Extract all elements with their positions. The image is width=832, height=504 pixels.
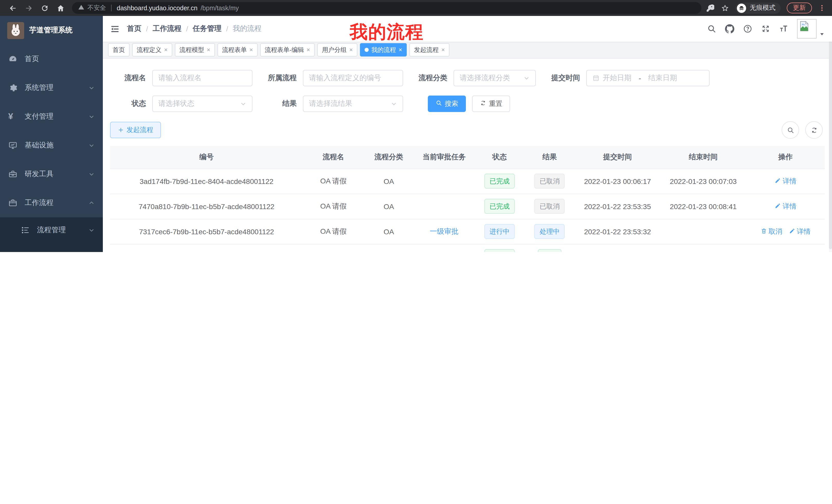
tab-label: 用户分组: [322, 44, 346, 56]
column-header: 编号: [110, 146, 303, 169]
toggle-search-button[interactable]: [782, 121, 799, 139]
monitor-icon: [8, 141, 18, 150]
sidebar-item-label: 研发工具: [25, 170, 81, 179]
filter-select-流程分类[interactable]: 请选择流程分类: [453, 70, 536, 86]
filter-input-流程名[interactable]: 请输入流程名: [152, 70, 253, 86]
github-icon[interactable]: [725, 24, 734, 33]
reload-icon[interactable]: [40, 4, 49, 12]
app-title: 芋道管理系统: [29, 26, 73, 35]
tab-我的流程[interactable]: 我的流程×: [360, 43, 407, 57]
cell-name: OA 请假: [303, 244, 364, 252]
column-header: 提交时间: [575, 146, 660, 169]
sidebar-item-支付管理[interactable]: ¥支付管理: [0, 102, 103, 131]
fullscreen-icon[interactable]: [761, 24, 770, 33]
cell-id: 7470a810-7b9b-11ec-b5b7-acde48001122: [110, 194, 303, 219]
table-row: 7470a810-7b9b-11ec-b5b7-acde48001122OA 请…: [110, 194, 825, 219]
end-date-placeholder: 结束日期: [648, 74, 677, 83]
filter-input-所属流程[interactable]: 请输入流程定义的编号: [303, 70, 403, 86]
result-badge: 处理中: [535, 224, 565, 239]
placeholder-text: 请输入流程名: [158, 74, 202, 83]
update-button[interactable]: 更新: [787, 3, 812, 13]
reset-button[interactable]: 重置: [472, 95, 510, 112]
incognito-icon: [737, 3, 746, 12]
action-取消[interactable]: 取消: [760, 227, 782, 236]
tab-label: 流程模型: [179, 44, 204, 56]
refresh-table-button[interactable]: [805, 121, 823, 139]
filter-select-结果[interactable]: 请选择流结果: [303, 95, 403, 112]
action-详情[interactable]: 详情: [774, 202, 797, 211]
breadcrumb-item[interactable]: 首页: [127, 24, 141, 33]
cell-actions: 取消详情: [746, 219, 825, 244]
column-header: 结果: [524, 146, 575, 169]
status-badge: 进行中: [485, 224, 515, 239]
cell-submit-time: 2022-01-22 23:53:35: [575, 194, 660, 219]
breadcrumb-item[interactable]: 任务管理: [193, 24, 222, 33]
close-icon[interactable]: ×: [398, 47, 402, 53]
text-size-icon[interactable]: [779, 24, 788, 33]
trash-icon: [760, 227, 767, 235]
edit-icon: [774, 177, 781, 185]
sidebar-item-首页[interactable]: 首页: [0, 45, 103, 74]
reset-label: 重置: [489, 99, 502, 108]
close-icon[interactable]: ×: [307, 47, 310, 53]
action-详情[interactable]: 详情: [788, 227, 811, 236]
tab-首页[interactable]: 首页: [108, 43, 130, 57]
search-icon[interactable]: [707, 24, 716, 33]
close-icon[interactable]: ×: [441, 47, 445, 53]
navbar: 首页/工作流程/任务管理/我的流程 我的流程: [103, 16, 832, 41]
sidebar-item-工作流程[interactable]: 工作流程: [0, 189, 103, 217]
chevron-down-icon: [240, 101, 246, 107]
tab-发起流程[interactable]: 发起流程×: [409, 43, 449, 57]
close-icon[interactable]: ×: [164, 47, 167, 53]
refresh-icon: [480, 100, 487, 108]
close-icon[interactable]: ×: [207, 47, 210, 53]
sidebar-item-研发工具[interactable]: 研发工具: [0, 160, 103, 189]
create-process-button[interactable]: 发起流程: [110, 122, 161, 138]
chevron-up-icon: [88, 200, 95, 206]
incognito-label: 无痕模式: [750, 4, 775, 12]
back-icon[interactable]: [8, 4, 17, 12]
hamburger-icon[interactable]: [110, 24, 120, 34]
breadcrumb-item[interactable]: 工作流程: [153, 24, 182, 33]
filter-select-状态[interactable]: 请选择状态: [152, 95, 253, 112]
sidebar-item-基础设施[interactable]: 基础设施: [0, 131, 103, 160]
forward-icon[interactable]: [24, 4, 33, 12]
cell-category: OA: [364, 194, 414, 219]
sidebar-item-流程管理[interactable]: 流程管理: [0, 217, 103, 243]
search-button[interactable]: 搜索: [428, 95, 466, 112]
tab-用户分组[interactable]: 用户分组×: [317, 43, 357, 57]
tab-流程表单[interactable]: 流程表单×: [217, 43, 258, 57]
cell-status: 进行中: [475, 219, 525, 244]
sidebar-item-任务管理[interactable]: 任务管理: [0, 243, 103, 252]
cell-task: [414, 244, 474, 252]
task-link[interactable]: 一级审批: [430, 227, 459, 235]
tab-流程表单-编辑[interactable]: 流程表单-编辑×: [260, 43, 315, 57]
help-icon[interactable]: [743, 24, 752, 33]
yen-icon: ¥: [8, 112, 18, 121]
sidebar-item-label: 基础设施: [25, 141, 81, 150]
app-logo[interactable]: 芋道管理系统: [0, 16, 103, 45]
scrollbar-thumb[interactable]: [829, 32, 832, 249]
key-icon[interactable]: [705, 4, 714, 12]
filter-daterange[interactable]: 开始日期-结束日期: [586, 70, 710, 86]
sidebar-item-系统管理[interactable]: 系统管理: [0, 74, 103, 102]
column-header: 操作: [746, 146, 825, 169]
annotation-text: 我的流程: [350, 20, 424, 44]
address-bar[interactable]: 不安全 dashboard.yudao.iocoder.cn/bpm/task/…: [72, 2, 701, 14]
url-host: dashboard.yudao.iocoder.cn: [117, 4, 198, 11]
scrollbar[interactable]: [829, 32, 832, 252]
browser-menu-icon[interactable]: [818, 4, 826, 12]
tab-流程定义[interactable]: 流程定义×: [132, 43, 172, 57]
chevron-down-icon: [391, 101, 397, 107]
action-详情[interactable]: 详情: [774, 176, 797, 186]
action-label: 详情: [783, 202, 797, 211]
user-menu[interactable]: [797, 19, 825, 38]
refresh-icon: [810, 126, 818, 134]
table-row: 3ad174fb-7b9d-11ec-8404-acde48001122OA 请…: [110, 169, 825, 194]
close-icon[interactable]: ×: [349, 47, 353, 53]
bookmark-star-icon[interactable]: [721, 4, 729, 12]
tab-流程模型[interactable]: 流程模型×: [175, 43, 215, 57]
close-icon[interactable]: ×: [250, 47, 253, 53]
home-icon[interactable]: [56, 4, 65, 12]
cell-end-time: 2022-01-23 00:08:41: [660, 194, 746, 219]
